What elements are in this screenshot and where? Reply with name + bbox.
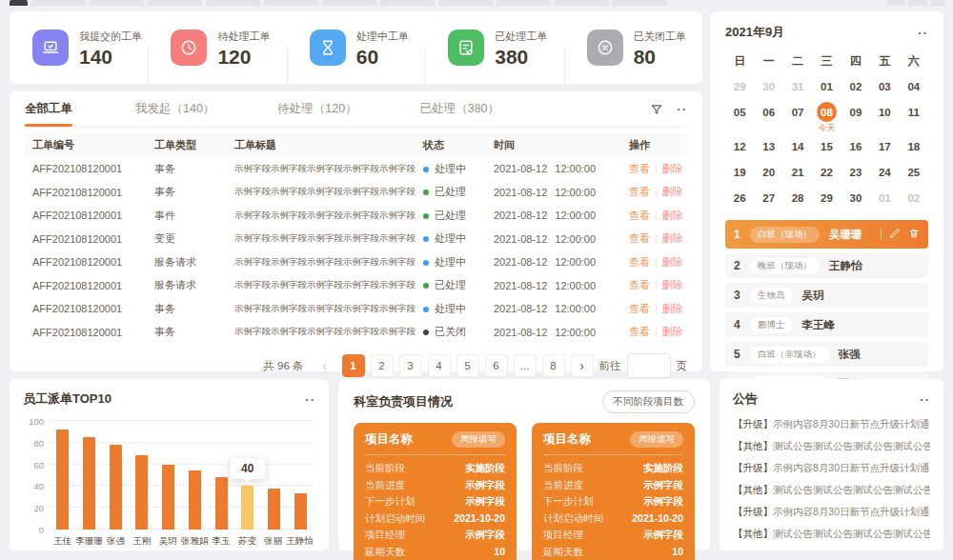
calendar-day[interactable]: 05: [725, 99, 754, 125]
calendar-day[interactable]: 07: [783, 99, 812, 125]
calendar-day[interactable]: 30: [754, 73, 782, 99]
announcement-item[interactable]: 【其他】测试公告测试公告测试公告测试公告测试公告: [733, 523, 930, 545]
calendar-day[interactable]: 26: [725, 185, 754, 210]
shift-row-1[interactable]: 1白班（现场）吴珊珊: [725, 220, 928, 249]
delete-link[interactable]: 删除: [662, 232, 683, 244]
announcement-item[interactable]: 【升级】示例内容8月30日新节点升级计划通知: [733, 457, 930, 479]
calendar-day[interactable]: 28: [783, 185, 812, 210]
top-tab[interactable]: [322, 0, 376, 6]
shift-row-5[interactable]: 5白班（非现场）张强: [725, 342, 928, 367]
view-link[interactable]: 查看: [629, 303, 650, 314]
calendar-day[interactable]: 24: [870, 159, 899, 185]
calendar-day[interactable]: 04: [900, 73, 928, 99]
stage-count-button[interactable]: 不同阶段项目数: [602, 390, 696, 413]
delete-link[interactable]: 删除: [662, 163, 683, 174]
announcement-item[interactable]: 【其他】测试公告测试公告测试公告测试公告测试公告: [733, 435, 930, 457]
weekly-report-button[interactable]: 周报填写: [630, 431, 683, 448]
calendar-day[interactable]: 12: [725, 133, 754, 159]
calendar-day[interactable]: 02: [900, 185, 928, 210]
calendar-day[interactable]: 03: [870, 73, 899, 99]
bar-张丽[interactable]: [268, 489, 280, 530]
bar-李珊珊[interactable]: [83, 437, 95, 530]
view-link[interactable]: 查看: [629, 163, 650, 174]
edit-icon[interactable]: [889, 228, 901, 241]
bar-王佳[interactable]: [56, 430, 69, 530]
announcement-item[interactable]: 【其他】测试公告测试公告测试公告测试公告测试公告: [733, 479, 930, 501]
bar-吴玥[interactable]: [162, 465, 174, 530]
tab-我发起（140）[interactable]: 我发起（140）: [135, 91, 214, 127]
prev-page-button[interactable]: ‹: [314, 354, 336, 377]
bar-王刚[interactable]: [135, 455, 148, 530]
calendar-day[interactable]: 30: [841, 185, 870, 210]
calendar-day[interactable]: 01: [812, 73, 841, 99]
calendar-day[interactable]: 22: [812, 159, 841, 185]
top-tab[interactable]: [206, 0, 260, 6]
page-button-1[interactable]: 1: [342, 354, 365, 377]
calendar-more-icon[interactable]: ··: [918, 26, 928, 40]
calendar-day[interactable]: 15: [812, 133, 841, 159]
delete-link[interactable]: 删除: [662, 210, 683, 221]
chart-more-icon[interactable]: ··: [305, 392, 315, 407]
trash-icon[interactable]: [908, 228, 920, 241]
delete-link[interactable]: 删除: [662, 326, 683, 337]
tab-strip[interactable]: [0, 0, 953, 7]
bar-张强[interactable]: [110, 445, 122, 530]
view-link[interactable]: 查看: [629, 186, 650, 197]
top-tab[interactable]: [90, 0, 144, 6]
calendar-day[interactable]: 02: [841, 73, 870, 99]
top-tab[interactable]: [10, 0, 28, 6]
delete-link[interactable]: 删除: [662, 303, 683, 314]
announcement-item[interactable]: 【升级】示例内容8月30日新节点升级计划通知: [733, 413, 930, 435]
view-link[interactable]: 查看: [629, 279, 650, 290]
page-button-6[interactable]: 6: [485, 354, 508, 377]
shift-row-4[interactable]: 4鹏博士李王峰: [725, 312, 928, 337]
table-more-icon[interactable]: ··: [677, 102, 687, 116]
view-link[interactable]: 查看: [629, 210, 650, 221]
weekly-report-button[interactable]: 周报填写: [452, 431, 505, 448]
shift-row-3[interactable]: 3生物岛吴玥: [725, 283, 928, 308]
calendar-day[interactable]: 21: [783, 159, 812, 185]
calendar-day[interactable]: 01: [870, 185, 899, 210]
top-tab[interactable]: [438, 0, 493, 6]
calendar-day[interactable]: 29: [725, 73, 754, 99]
filter-icon[interactable]: [650, 103, 663, 116]
view-link[interactable]: 查看: [629, 326, 650, 337]
page-button-5[interactable]: 5: [456, 354, 479, 377]
top-tab[interactable]: [380, 0, 435, 6]
shift-row-2[interactable]: 2晚班（现场）王静怡: [725, 253, 928, 278]
top-tab[interactable]: [930, 0, 945, 6]
announcement-item[interactable]: 【升级】示例内容8月30日新节点升级计划通知: [733, 501, 930, 523]
calendar-day[interactable]: 23: [841, 159, 870, 185]
view-link[interactable]: 查看: [629, 232, 650, 244]
page-button-8[interactable]: 8: [542, 354, 565, 377]
next-page-button[interactable]: ›: [571, 354, 594, 377]
calendar-day[interactable]: 14: [783, 133, 812, 159]
bar-张雅娟[interactable]: [189, 470, 201, 530]
delete-link[interactable]: 删除: [662, 279, 683, 290]
top-tab[interactable]: [497, 0, 551, 6]
top-tab[interactable]: [886, 0, 905, 6]
calendar-day[interactable]: 16: [841, 133, 870, 159]
goto-page-input[interactable]: [627, 353, 671, 378]
calendar-day[interactable]: 11: [900, 99, 928, 125]
top-tab[interactable]: [264, 0, 318, 6]
delete-link[interactable]: 删除: [662, 256, 683, 268]
top-tab[interactable]: [148, 0, 202, 6]
top-tab[interactable]: [555, 0, 609, 6]
calendar-day[interactable]: 17: [870, 133, 899, 159]
calendar-day[interactable]: 13: [754, 133, 782, 159]
calendar-day[interactable]: 09: [841, 99, 870, 125]
announcements-more-icon[interactable]: ··: [920, 392, 930, 407]
calendar-day[interactable]: 25: [900, 159, 928, 185]
calendar-day-today[interactable]: 08今天: [812, 99, 841, 125]
page-button-...[interactable]: ...: [514, 354, 537, 377]
page-button-2[interactable]: 2: [371, 354, 394, 377]
tab-已处理（380）[interactable]: 已处理（380）: [420, 91, 499, 127]
calendar-day[interactable]: 10: [870, 99, 899, 125]
calendar-day[interactable]: 06: [754, 99, 782, 125]
bar-李玉[interactable]: [215, 477, 228, 530]
calendar-day[interactable]: 19: [725, 159, 754, 185]
bar-王静怡[interactable]: [294, 493, 307, 530]
delete-link[interactable]: 删除: [662, 186, 683, 197]
calendar-day[interactable]: 18: [900, 133, 928, 159]
